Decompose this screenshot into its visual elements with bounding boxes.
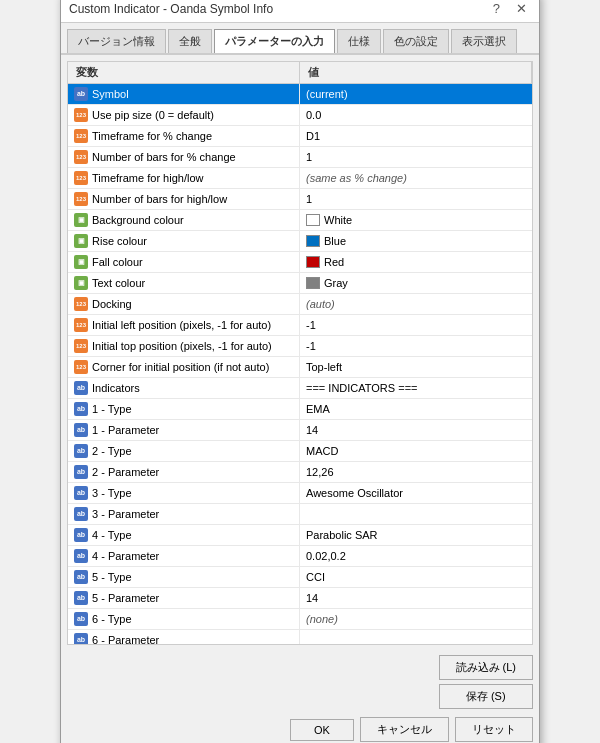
- param-value: 0.02,0.2: [306, 550, 346, 562]
- table-row[interactable]: ab5 - TypeCCI: [68, 567, 532, 588]
- table-row[interactable]: ab6 - Type(none): [68, 609, 532, 630]
- param-name-cell: abSymbol: [68, 84, 300, 104]
- param-value-cell: Parabolic SAR: [300, 525, 532, 545]
- table-row[interactable]: 123Timeframe for high/low(same as % chan…: [68, 168, 532, 189]
- param-value-cell: White: [300, 210, 532, 230]
- param-name: Fall colour: [92, 256, 143, 268]
- table-row[interactable]: 123Initial top position (pixels, -1 for …: [68, 336, 532, 357]
- cancel-button[interactable]: キャンセル: [360, 717, 449, 742]
- table-body: abSymbol(current)123Use pip size (0 = de…: [68, 84, 532, 644]
- param-value: (auto): [306, 298, 335, 310]
- 123-icon: 123: [74, 360, 88, 374]
- param-value-cell: 1: [300, 147, 532, 167]
- table-row[interactable]: ▣Rise colourBlue: [68, 231, 532, 252]
- load-button[interactable]: 読み込み (L): [439, 655, 534, 680]
- ok-button[interactable]: OK: [290, 719, 354, 741]
- param-name: Number of bars for % change: [92, 151, 236, 163]
- param-name-cell: ab2 - Type: [68, 441, 300, 461]
- help-button[interactable]: ?: [489, 1, 504, 16]
- param-value-cell: Awesome Oscillator: [300, 483, 532, 503]
- param-name-cell: 123Initial left position (pixels, -1 for…: [68, 315, 300, 335]
- param-name-cell: 123Initial top position (pixels, -1 for …: [68, 336, 300, 356]
- title-bar-controls: ? ✕: [489, 1, 531, 16]
- col-value: 値: [300, 62, 532, 83]
- param-name-cell: ab3 - Type: [68, 483, 300, 503]
- param-name-cell: ▣Text colour: [68, 273, 300, 293]
- param-value: (none): [306, 613, 338, 625]
- side-buttons: 読み込み (L) 保存 (S): [439, 655, 534, 709]
- param-value-cell: CCI: [300, 567, 532, 587]
- 123-icon: 123: [74, 297, 88, 311]
- img-icon: ▣: [74, 255, 88, 269]
- param-name-cell: ab1 - Type: [68, 399, 300, 419]
- table-row[interactable]: ab4 - Parameter0.02,0.2: [68, 546, 532, 567]
- param-name-cell: ab6 - Parameter: [68, 630, 300, 644]
- param-name-cell: 123Use pip size (0 = default): [68, 105, 300, 125]
- table-row[interactable]: 123Corner for initial position (if not a…: [68, 357, 532, 378]
- param-value-cell: (none): [300, 609, 532, 629]
- color-swatch: [306, 256, 320, 268]
- param-name-cell: 123Number of bars for % change: [68, 147, 300, 167]
- table-row[interactable]: ▣Background colourWhite: [68, 210, 532, 231]
- tab-仕様[interactable]: 仕様: [337, 29, 381, 53]
- table-row[interactable]: ab1 - TypeEMA: [68, 399, 532, 420]
- table-row[interactable]: abSymbol(current): [68, 84, 532, 105]
- param-name-cell: 123Number of bars for high/low: [68, 189, 300, 209]
- bottom-area: 読み込み (L) 保存 (S): [61, 651, 539, 717]
- param-value-cell: 14: [300, 420, 532, 440]
- color-swatch: [306, 235, 320, 247]
- reset-button[interactable]: リセット: [455, 717, 533, 742]
- table-row[interactable]: ab4 - TypeParabolic SAR: [68, 525, 532, 546]
- table-row[interactable]: 123Timeframe for % changeD1: [68, 126, 532, 147]
- table-row[interactable]: abIndicators=== INDICATORS ===: [68, 378, 532, 399]
- title-bar: Custom Indicator - Oanda Symbol Info ? ✕: [61, 0, 539, 23]
- param-value: Red: [324, 256, 344, 268]
- table-row[interactable]: ab6 - Parameter: [68, 630, 532, 644]
- ab-icon: ab: [74, 507, 88, 521]
- table-row[interactable]: 123Use pip size (0 = default)0.0: [68, 105, 532, 126]
- main-window: Custom Indicator - Oanda Symbol Info ? ✕…: [60, 0, 540, 743]
- table-row[interactable]: 123Initial left position (pixels, -1 for…: [68, 315, 532, 336]
- footer-buttons: OK キャンセル リセット: [61, 717, 539, 743]
- tab-表示選択[interactable]: 表示選択: [451, 29, 517, 53]
- table-row[interactable]: 123Number of bars for % change1: [68, 147, 532, 168]
- table-row[interactable]: 123Docking(auto): [68, 294, 532, 315]
- table-row[interactable]: ab1 - Parameter14: [68, 420, 532, 441]
- param-value: White: [324, 214, 352, 226]
- param-name-cell: ▣Background colour: [68, 210, 300, 230]
- save-button[interactable]: 保存 (S): [439, 684, 534, 709]
- tab-パラメーターの入力[interactable]: パラメーターの入力: [214, 29, 335, 53]
- window-title: Custom Indicator - Oanda Symbol Info: [69, 2, 273, 16]
- param-name: 3 - Type: [92, 487, 132, 499]
- table-row[interactable]: ab3 - Parameter: [68, 504, 532, 525]
- param-value-cell: Blue: [300, 231, 532, 251]
- color-swatch: [306, 277, 320, 289]
- param-value-cell: [300, 504, 532, 524]
- ab-icon: ab: [74, 465, 88, 479]
- close-button[interactable]: ✕: [512, 1, 531, 16]
- table-row[interactable]: ab3 - TypeAwesome Oscillator: [68, 483, 532, 504]
- tab-全般[interactable]: 全般: [168, 29, 212, 53]
- table-row[interactable]: ab2 - TypeMACD: [68, 441, 532, 462]
- table-row[interactable]: ▣Text colourGray: [68, 273, 532, 294]
- ab-icon: ab: [74, 486, 88, 500]
- param-value: 0.0: [306, 109, 321, 121]
- table-row[interactable]: ab5 - Parameter14: [68, 588, 532, 609]
- table-row[interactable]: 123Number of bars for high/low1: [68, 189, 532, 210]
- param-value: -1: [306, 319, 316, 331]
- param-name: Initial left position (pixels, -1 for au…: [92, 319, 271, 331]
- ab-icon: ab: [74, 549, 88, 563]
- table-row[interactable]: ▣Fall colourRed: [68, 252, 532, 273]
- param-value-cell: EMA: [300, 399, 532, 419]
- table-row[interactable]: ab2 - Parameter12,26: [68, 462, 532, 483]
- param-name: Timeframe for % change: [92, 130, 212, 142]
- ab-icon: ab: [74, 528, 88, 542]
- tab-色の設定[interactable]: 色の設定: [383, 29, 449, 53]
- ab-icon: ab: [74, 402, 88, 416]
- param-name-cell: ab5 - Parameter: [68, 588, 300, 608]
- param-name: Indicators: [92, 382, 140, 394]
- param-name-cell: 123Timeframe for high/low: [68, 168, 300, 188]
- param-name: 4 - Type: [92, 529, 132, 541]
- ab-icon: ab: [74, 87, 88, 101]
- tab-バージョン情報[interactable]: バージョン情報: [67, 29, 166, 53]
